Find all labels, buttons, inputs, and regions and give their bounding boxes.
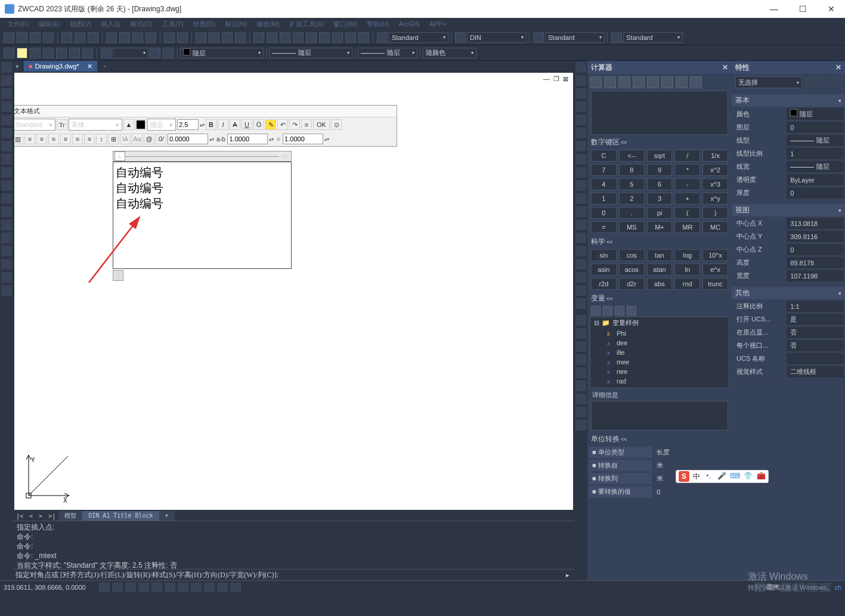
print-icon[interactable] — [61, 32, 72, 43]
toggle-pickadd-icon[interactable] — [804, 77, 815, 88]
command-input[interactable] — [281, 572, 564, 579]
copy-icon[interactable] — [119, 32, 130, 43]
linetype-combo[interactable]: 随层▾ — [269, 48, 352, 58]
hatch-tool-icon[interactable] — [1, 180, 12, 191]
polygon-tool-icon[interactable] — [1, 128, 12, 138]
dim-linear-icon[interactable] — [575, 315, 586, 326]
canvas[interactable]: — ❐ ⊠ 文本格式 Standard▾ Tr 宋体▾ ▲ 随层▾ ▴▾ B I — [14, 73, 573, 510]
offset-tool-icon[interactable] — [575, 101, 586, 112]
calc-help-icon[interactable] — [690, 76, 702, 88]
align-tool-icon[interactable] — [575, 285, 586, 296]
calc-key[interactable]: M+ — [647, 221, 673, 233]
menu-modify[interactable]: 修改(M) — [252, 20, 284, 29]
tab-next-icon[interactable]: > — [36, 513, 45, 519]
dim-ordinate-icon[interactable] — [575, 380, 586, 391]
minimize-button[interactable]: — — [765, 4, 783, 14]
tf-style-combo[interactable]: Standard▾ — [14, 119, 55, 131]
tf-align-center-icon[interactable]: ≡ — [48, 134, 59, 144]
calc-key[interactable]: 3 — [647, 193, 673, 205]
polyline-tool-icon[interactable] — [1, 75, 12, 86]
tf-font-icon[interactable]: Tr — [57, 119, 67, 130]
snap-toggle-icon[interactable] — [99, 583, 110, 592]
mtext-tool-icon[interactable] — [1, 233, 12, 243]
calc-key[interactable]: log — [674, 249, 700, 261]
calc-key[interactable]: MS — [619, 221, 645, 233]
menu-window[interactable]: 窗口(W) — [329, 20, 362, 29]
calc-key[interactable]: - — [674, 178, 700, 190]
tf-highlight-icon[interactable]: ✎ — [265, 119, 276, 130]
tab-last-icon[interactable]: >| — [45, 513, 58, 519]
layer-lock-icon[interactable] — [69, 48, 80, 58]
calc-key[interactable]: 6 — [647, 178, 673, 190]
menu-help[interactable]: 帮助(H) — [362, 20, 394, 29]
arc-tool-icon[interactable] — [1, 88, 12, 99]
cut-icon[interactable] — [106, 32, 117, 43]
paste-icon[interactable] — [132, 32, 143, 43]
dim-diameter-icon[interactable] — [575, 367, 586, 378]
calc-key[interactable]: <-- — [619, 150, 645, 162]
property-row[interactable]: 图层0 — [733, 122, 844, 134]
maximize-button[interactable]: ☐ — [794, 4, 812, 14]
redo-icon[interactable] — [177, 32, 188, 43]
dyn-toggle-icon[interactable] — [191, 583, 202, 592]
calc-key[interactable]: ( — [674, 207, 700, 219]
calc-key[interactable]: 1/x — [702, 150, 728, 162]
cleanscreen-icon[interactable] — [820, 583, 831, 592]
calc-key[interactable]: asin — [591, 264, 617, 276]
mtext-ruler[interactable]: L ◁▷ — [113, 151, 292, 162]
tf-strike-button[interactable]: A — [230, 119, 240, 130]
var-new-icon[interactable] — [591, 306, 601, 315]
textstyle-combo[interactable]: Standard▾ — [389, 32, 448, 43]
tf-align-right-icon[interactable]: ≡ — [60, 134, 71, 144]
unit-section-head[interactable]: 单位转换<< — [587, 432, 732, 445]
select-objects-icon[interactable] — [818, 77, 828, 88]
preview-icon[interactable] — [75, 32, 85, 43]
ellipse-tool-icon[interactable] — [1, 141, 12, 151]
plotstyle-combo[interactable]: 随颜色▾ — [423, 48, 476, 58]
calc-key[interactable]: x^3 — [702, 178, 728, 190]
command-menu-icon[interactable]: ▸ — [564, 571, 572, 579]
numpad-section-head[interactable]: 数字键区<< — [587, 135, 732, 148]
calc-key[interactable]: 7 — [591, 164, 617, 176]
var-edit-icon[interactable] — [603, 306, 612, 315]
calc-key[interactable]: . — [619, 207, 645, 219]
props-basic-head[interactable]: 基本▾ — [732, 94, 845, 107]
menu-file[interactable]: 文件(F) — [2, 20, 33, 29]
tool6-icon[interactable] — [319, 32, 330, 43]
tab-menu-icon[interactable]: ▾ — [16, 63, 19, 70]
calc-key[interactable]: rnd — [674, 278, 700, 290]
property-row[interactable]: 中心点 Y309.8116 — [733, 231, 844, 243]
menu-format[interactable]: 格式(O) — [125, 20, 157, 29]
tool4-icon[interactable] — [293, 32, 304, 43]
ime-punct-icon[interactable]: •, — [704, 472, 713, 481]
model-tab[interactable]: 模型 — [58, 511, 82, 521]
erase-tool-icon[interactable] — [575, 62, 586, 73]
lineweight-combo[interactable]: 随层▾ — [358, 48, 417, 58]
hardware-icon[interactable] — [794, 583, 804, 592]
calc-key[interactable]: sqrt — [647, 150, 673, 162]
ruler-tab-icon[interactable]: L — [114, 151, 125, 161]
tf-align-tl-icon[interactable]: ≡ — [24, 134, 35, 144]
tf-distribute-icon[interactable]: ≡ — [84, 134, 95, 144]
property-row[interactable]: 注释比例1:1 — [733, 301, 844, 312]
property-row[interactable]: 中心点 Z0 — [733, 244, 844, 256]
tab-prev-icon[interactable]: < — [26, 513, 36, 519]
tool3-icon[interactable] — [280, 32, 290, 43]
dim-icon[interactable] — [455, 32, 466, 43]
calc-key[interactable]: tan — [647, 249, 673, 261]
polar-toggle-icon[interactable] — [138, 583, 149, 592]
tool8-icon[interactable] — [345, 32, 356, 43]
calc-getpt-icon[interactable] — [633, 76, 645, 88]
dim-continue-icon[interactable] — [575, 420, 586, 431]
property-row[interactable]: 视觉样式二维线框 — [733, 366, 844, 378]
tf-field-icon[interactable]: IA — [120, 134, 131, 144]
new-icon[interactable] — [4, 32, 14, 43]
tool5-icon[interactable] — [306, 32, 317, 43]
calc-key[interactable]: C — [591, 150, 617, 162]
calc-key[interactable]: d2r — [619, 278, 645, 290]
property-row[interactable]: UCS 名称 — [733, 353, 844, 365]
lengthen-tool-icon[interactable] — [575, 298, 586, 309]
dim-aligned-icon[interactable] — [575, 328, 586, 339]
calculator-display[interactable] — [591, 91, 728, 135]
tf-ok-button[interactable]: OK — [313, 119, 330, 130]
